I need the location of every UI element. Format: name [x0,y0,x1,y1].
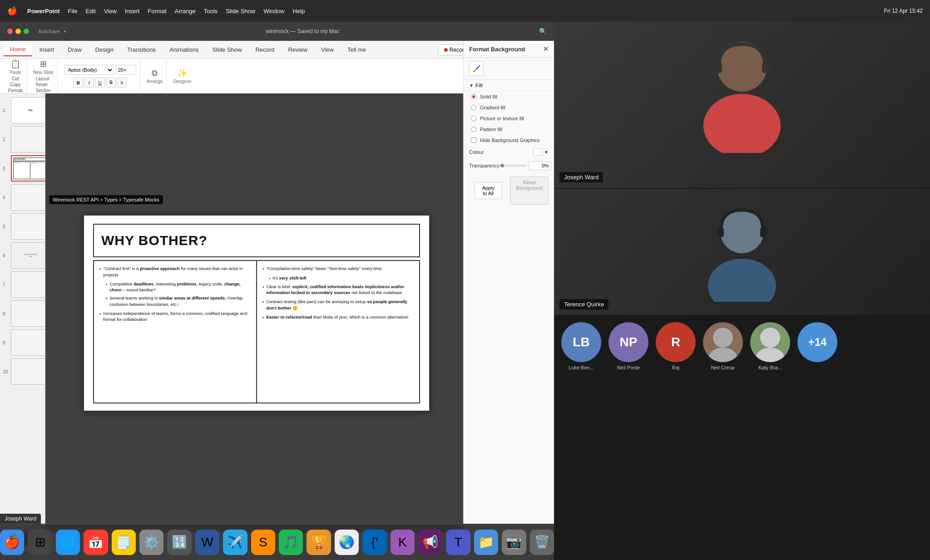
colour-dropdown-icon[interactable]: ▼ [544,150,549,155]
tab-design[interactable]: Design [89,44,120,56]
slideshow-menu[interactable]: Slide Show [226,8,255,15]
dock-chrome[interactable]: 🌏 [335,530,359,555]
dock-finder[interactable]: 🍎 [0,530,24,555]
slide-thumb-8[interactable] [11,300,45,327]
avatar-plus[interactable]: +14 [797,322,837,553]
dock-launchpad[interactable]: ⊞ [28,530,52,555]
tools-menu[interactable]: Tools [204,8,218,15]
slide-right-column[interactable]: • "Compilation-time safety" beats "Test-… [257,260,420,403]
transparency-slider[interactable] [500,165,527,167]
format-fill-icon-btn[interactable]: 🖌️ [469,61,484,76]
autosave-toggle[interactable]: ● [64,29,66,34]
tab-review[interactable]: Review [282,44,314,56]
dock-word[interactable]: W [195,530,219,555]
app-name-menu[interactable]: PowerPoint [27,8,60,15]
tab-slideshow[interactable]: Slide Show [206,44,248,56]
font-size-input[interactable] [116,65,136,75]
colour-picker-btn[interactable] [533,148,542,156]
tab-transitions[interactable]: Transitions [121,44,162,56]
solid-fill-option[interactable]: Solid fill [464,91,554,102]
tab-animations[interactable]: Animations [163,44,205,56]
slide-thumb-7[interactable] [11,271,45,298]
cut-button[interactable]: Cut [8,76,23,81]
text-shadow-button[interactable]: S [117,78,127,88]
format-panel-close[interactable]: ✕ [543,45,549,53]
paste-button[interactable]: 📋 Paste [10,59,21,75]
font-family-select[interactable]: Aptos (Body) [64,65,114,75]
slide-thumb-3[interactable]: WHY BOTHER? •Contract first... •Compilat… [11,155,45,182]
slide-thumb-9[interactable] [11,329,45,356]
dock-calculator[interactable]: 🔢 [167,530,191,555]
dock-vscode[interactable]: {' [362,530,386,555]
dock-kotlin[interactable]: K [391,530,415,555]
fill-section-label[interactable]: ▼ Fill [464,80,554,91]
apply-to-all-button[interactable]: Apply to All [475,182,502,199]
close-window-btn[interactable] [7,29,13,34]
main-slide-area[interactable]: WHY BOTHER? • "Contract first" is a proa… [45,93,468,533]
copy-button[interactable]: Copy [8,82,23,87]
dock-screencapture[interactable]: 📷 [502,530,526,555]
dock-telegraph[interactable]: ✈️ [223,530,247,555]
tab-record[interactable]: Record [249,44,281,56]
arrange-menu[interactable]: Arrange [175,8,196,15]
format-paint-button[interactable]: Format [8,88,23,93]
section-button[interactable]: Section [36,88,51,93]
dock-safari[interactable]: 🌐 [56,530,80,555]
solid-fill-radio[interactable] [471,94,476,99]
format-menu[interactable]: Format [148,8,166,15]
avatar-np[interactable]: NP Neil Poole [608,322,648,553]
help-menu[interactable]: Help [292,8,305,15]
dock-teams[interactable]: T [446,530,470,555]
reset-button[interactable]: Reset [36,82,51,87]
hide-bg-graphics-option[interactable]: Hide Background Graphics [464,135,554,146]
slide-thumb-1[interactable]: Title [11,97,45,123]
avatar-lb[interactable]: LB Luke Ben... [561,322,601,553]
slide-thumb-4[interactable] [11,184,45,211]
insert-menu[interactable]: Insert [125,8,140,15]
tab-insert[interactable]: Insert [33,44,61,56]
view-menu[interactable]: View [104,8,117,15]
dock-slack[interactable]: 📢 [418,530,442,555]
picture-texture-option[interactable]: Picture or texture fill [464,113,554,124]
slide-thumb-2[interactable] [11,126,45,152]
tab-view[interactable]: View [315,44,340,56]
gradient-fill-option[interactable]: Gradient fill [464,102,554,113]
new-slide-button[interactable]: ⊞ New Slide [33,59,54,75]
dock-notes[interactable]: 🗒️ [112,530,136,555]
dock-sql[interactable]: 🏆 [307,530,331,555]
reset-background-button[interactable]: Reset Background [510,177,549,205]
picture-texture-radio[interactable] [471,116,476,121]
dock-system-prefs[interactable]: ⚙️ [139,530,163,555]
slide-thumb-6[interactable]: Wiremock REST API+Types [11,242,45,269]
avatar-nc[interactable]: Neil Crerar [703,322,743,553]
tab-home[interactable]: Home [4,43,32,56]
minimize-window-btn[interactable] [15,29,21,34]
bold-button[interactable]: B [73,78,83,88]
slide-left-column[interactable]: • "Contract first" is a proactive approa… [93,260,257,403]
pattern-fill-option[interactable]: Pattern fill [464,124,554,135]
layout-button[interactable]: Layout [36,76,51,81]
arrange-button[interactable]: ⧉ Arrange [147,69,163,84]
italic-button[interactable]: I [84,78,94,88]
edit-menu[interactable]: Edit [85,8,95,15]
apple-logo-icon[interactable]: 🍎 [7,6,17,16]
avatar-kb[interactable]: Katy Bra... [750,322,790,553]
avatar-r[interactable]: R Raj [656,322,696,553]
fullscreen-window-btn[interactable] [24,29,29,34]
strikethrough-button[interactable]: S̶ [106,78,116,88]
designer-button[interactable]: ✨ Designer [173,68,191,84]
window-menu[interactable]: Window [263,8,284,15]
transparency-input[interactable] [529,161,551,170]
dock-sublime[interactable]: S [251,530,275,555]
underline-button[interactable]: U [95,78,105,88]
file-menu[interactable]: File [68,8,78,15]
search-icon[interactable]: 🔍 [539,28,547,35]
tab-tell-me[interactable]: Tell me [341,44,372,56]
dock-calendar[interactable]: 📅 [84,530,108,555]
tab-draw[interactable]: Draw [61,44,88,56]
slide-canvas[interactable]: WHY BOTHER? • "Contract first" is a proa… [84,216,429,411]
pattern-fill-radio[interactable] [471,127,476,132]
dock-finder2[interactable]: 📁 [474,530,498,555]
gradient-fill-radio[interactable] [471,105,476,110]
hide-bg-graphics-checkbox[interactable] [471,138,476,143]
